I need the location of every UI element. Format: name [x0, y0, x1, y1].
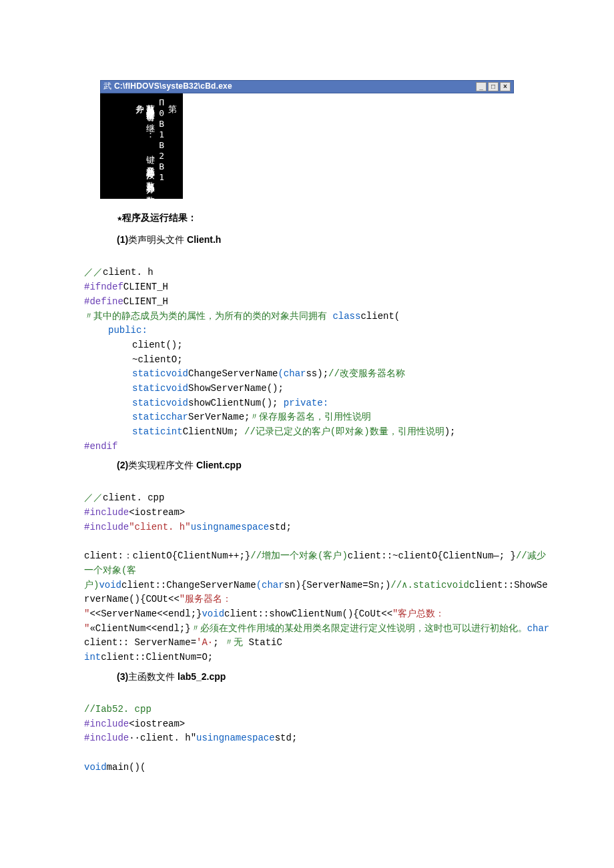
close-button[interactable]: × [500, 82, 511, 91]
section-1-label: (1)类声明头文件 Client.h [117, 232, 601, 247]
maximize-button[interactable]: □ [488, 82, 499, 91]
console-window: 武 C:\fIHDOVS\systeB32\cBd.exe _ □ × 第 П0… [100, 80, 514, 199]
minimize-button[interactable]: _ [476, 82, 487, 91]
section-3-label: (3)主函数文件 lab5_2.cpp [117, 669, 601, 684]
result-heading: ★★程序及运行结果：程序及运行结果： [117, 211, 601, 226]
code-block-2: ／／client. cpp #include<iostream> #includ… [84, 477, 551, 665]
title-path: C:\fIHDOVS\systeB32\cBd.exe [114, 80, 232, 93]
section-2-label: (2)类实现程序文件 Client.cpp [117, 458, 601, 472]
code-block-3: //Iab52. cpp #include<iostream> #include… [84, 688, 551, 775]
title-prefix: 武 [103, 80, 111, 93]
console-output: 第 П0B1B2B1 莒数名总器务户服嘉韋韋客请 继 ： 键 意任总器务户按 数… [100, 93, 183, 199]
console-title-bar: 武 C:\fIHDOVS\systeB32\cBd.exe _ □ × [100, 80, 514, 93]
code-block-1: ／／client. h #ifndefCLIENT_H #defineCLIEN… [84, 252, 551, 454]
